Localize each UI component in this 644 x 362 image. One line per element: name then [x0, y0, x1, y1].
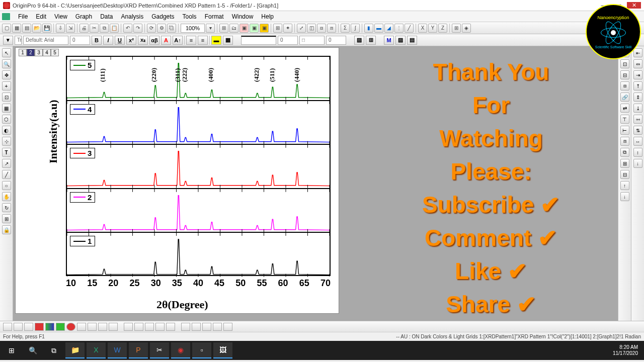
- peak-label[interactable]: (400): [207, 67, 215, 81]
- reader-tool[interactable]: +: [2, 81, 11, 90]
- paste-button[interactable]: 📋: [110, 24, 119, 33]
- plot-panel-5[interactable]: 5(111)(220)(311)(222)(400)(422)(511)(440…: [67, 57, 330, 101]
- same-width-button[interactable]: ↔: [633, 137, 642, 146]
- column-button[interactable]: ▮: [364, 24, 373, 33]
- waterfall-button[interactable]: [202, 323, 211, 331]
- layer-tab-5[interactable]: 5: [51, 49, 59, 56]
- bold-button[interactable]: B: [92, 36, 102, 45]
- zoom-tool[interactable]: 🔍: [2, 59, 11, 68]
- align-center-obj-button[interactable]: ⇔: [633, 59, 642, 68]
- menu-help[interactable]: Help: [257, 12, 278, 21]
- x-axis-label[interactable]: 2θ(Degree): [156, 298, 208, 311]
- z-column-button[interactable]: Z: [438, 24, 447, 33]
- align-top-obj-button[interactable]: ⤒: [633, 81, 642, 90]
- taskview-button[interactable]: ⧉: [44, 342, 63, 358]
- origin-taskbar-icon[interactable]: ◉: [171, 342, 190, 358]
- project-explorer-button[interactable]: 🗂: [229, 24, 238, 33]
- greek-button[interactable]: αβ: [149, 36, 159, 45]
- dist-v-button[interactable]: ⇅: [633, 126, 642, 135]
- peak-label[interactable]: (511): [268, 68, 276, 81]
- import-wizard-button[interactable]: ⇲: [66, 24, 75, 33]
- panel-button[interactable]: [213, 323, 222, 331]
- subscript-button[interactable]: x₂: [138, 36, 148, 45]
- area-button[interactable]: ◢: [384, 24, 393, 33]
- copy-button[interactable]: ⧉: [100, 24, 109, 33]
- fill-color-button[interactable]: ▦: [223, 36, 233, 45]
- cut-button[interactable]: ✂: [90, 24, 99, 33]
- duplicate-button[interactable]: ⿻: [167, 24, 176, 33]
- contour-button[interactable]: [155, 323, 165, 331]
- ruler-button[interactable]: ⊞: [219, 24, 228, 33]
- plot-panel-2[interactable]: 2: [67, 189, 330, 233]
- plot-panel-3[interactable]: 3: [67, 145, 330, 189]
- multi-y-button[interactable]: [181, 323, 190, 331]
- table-tool[interactable]: ⊞: [2, 214, 11, 223]
- zoom-dropdown-icon[interactable]: ▾: [206, 24, 215, 33]
- explorer-taskbar-icon[interactable]: 📁: [65, 342, 85, 358]
- 3d-bar-button[interactable]: [145, 323, 154, 331]
- pattern-button[interactable]: ▨: [354, 36, 364, 45]
- align-center-button[interactable]: ≡: [198, 36, 208, 45]
- layer-tab-4[interactable]: 4: [43, 49, 51, 56]
- start-button[interactable]: ⊞: [2, 342, 21, 358]
- redo-button[interactable]: ↷: [133, 24, 142, 33]
- pie-plot-button[interactable]: [66, 323, 75, 331]
- menu-graph[interactable]: Graph: [71, 12, 96, 21]
- import-button[interactable]: ⇩: [56, 24, 65, 33]
- align-bottom-obj-button[interactable]: ⤓: [633, 104, 642, 113]
- peak-label[interactable]: (422): [253, 67, 261, 81]
- rotate-tool[interactable]: ↻: [2, 203, 11, 212]
- ternary-plot-button[interactable]: [88, 323, 97, 331]
- bar-button[interactable]: ▬: [374, 24, 383, 33]
- new-workbook-button[interactable]: ▦: [12, 24, 21, 33]
- stats-button[interactable]: Σ: [341, 24, 350, 33]
- layer-tab-3[interactable]: 3: [35, 49, 43, 56]
- y-axis-label[interactable]: Intensity(a.u): [47, 100, 60, 163]
- 3d-scatter-button[interactable]: [124, 323, 133, 331]
- align-right-obj-button[interactable]: ⇥: [633, 70, 642, 79]
- speed-button[interactable]: ▤: [407, 36, 417, 45]
- line-button[interactable]: ╱: [405, 24, 414, 33]
- area-plot-button[interactable]: [56, 323, 65, 331]
- symbol-style-field[interactable]: □: [299, 36, 325, 45]
- font-name-field[interactable]: Default: Arial: [23, 36, 68, 45]
- data-selector-tool[interactable]: ⊡: [2, 93, 11, 102]
- draw-tool[interactable]: ⬡: [2, 115, 11, 124]
- system-tray[interactable]: 8:20 AM 11/17/2020: [613, 344, 642, 356]
- stack-button[interactable]: [192, 323, 201, 331]
- open-button[interactable]: 📂: [32, 24, 41, 33]
- refresh-button[interactable]: ⟳: [147, 24, 156, 33]
- menu-edit[interactable]: Edit: [32, 12, 50, 21]
- powerpoint-taskbar-icon[interactable]: P: [129, 342, 148, 358]
- x-column-button[interactable]: X: [418, 24, 427, 33]
- same-height-button[interactable]: ↕: [633, 148, 642, 157]
- menu-data[interactable]: Data: [96, 12, 117, 21]
- scatter-plot-button[interactable]: [14, 323, 23, 331]
- peak-label[interactable]: (220): [150, 67, 158, 81]
- symbol-size-field[interactable]: 0: [326, 36, 346, 45]
- pointer-tool[interactable]: ↖: [2, 48, 11, 57]
- new-matrix-button[interactable]: ▤: [22, 24, 31, 33]
- chart-style-button[interactable]: ⊞: [452, 24, 461, 33]
- hist-plot-button[interactable]: [109, 323, 118, 331]
- line-plot-button[interactable]: [3, 323, 12, 331]
- underline-button[interactable]: U: [115, 36, 125, 45]
- plot-area[interactable]: 5(111)(220)(311)(222)(400)(422)(511)(440…: [66, 56, 331, 276]
- font-size-field[interactable]: 0: [70, 36, 90, 45]
- photos-taskbar-icon[interactable]: 🖼: [213, 342, 232, 358]
- extract-button[interactable]: ⧈: [317, 24, 326, 33]
- menu-gadgets[interactable]: Gadgets: [147, 12, 178, 21]
- line-style-field[interactable]: [241, 36, 276, 45]
- column-plot-button[interactable]: [35, 323, 44, 331]
- fit-button[interactable]: ∫: [351, 24, 360, 33]
- menu-tools[interactable]: Tools: [179, 12, 201, 21]
- lock-tool[interactable]: 🔒: [2, 225, 11, 234]
- word-taskbar-icon[interactable]: W: [108, 342, 127, 358]
- save-button[interactable]: 💾: [42, 24, 51, 33]
- antialias-button[interactable]: ▨: [395, 36, 406, 45]
- print-button[interactable]: 🖨: [79, 24, 89, 33]
- 3d-button[interactable]: ◈: [462, 24, 471, 33]
- script-button[interactable]: ▣: [260, 24, 269, 33]
- arrow-tool[interactable]: ↗: [2, 159, 11, 168]
- align-left-obj-button[interactable]: ⇤: [633, 48, 642, 57]
